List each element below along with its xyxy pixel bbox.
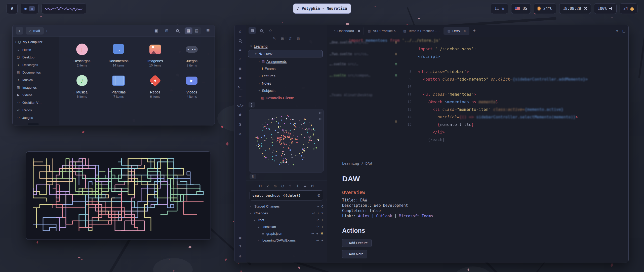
sidebar-item-repos[interactable]: ▱Repos — [13, 106, 59, 114]
clear-icon[interactable]: ⊗ — [317, 193, 320, 198]
new-folder-icon[interactable]: ⊞ — [281, 37, 284, 41]
sidebar-item-juegos[interactable]: ▱Juegos — [13, 114, 59, 121]
git-item-learning-daw-exams[interactable]: ∨Learning/DAW/Exams↩+ — [250, 237, 323, 244]
sidebar-item-videos[interactable]: ▶Videos — [13, 91, 59, 99]
terminal-icon[interactable]: >_ — [237, 84, 243, 90]
sidebar-item-descargas[interactable]: ↓Descargas — [13, 61, 59, 69]
button-add-lecture[interactable]: + Add Lecture — [342, 239, 372, 247]
git-item-changes[interactable]: ∨Changes↩+2 — [250, 210, 323, 217]
stage-icon[interactable]: + — [321, 239, 323, 242]
stage-all-icon[interactable]: ⊕ — [274, 184, 277, 188]
power-icon[interactable]: ◉ — [24, 6, 27, 11]
graph-crosshair-icon[interactable]: ⊕ — [319, 117, 322, 121]
quick-apps[interactable]: ◉▤ — [21, 3, 38, 14]
git-item-staged-changes[interactable]: ∨Staged Changes−0 — [250, 203, 323, 210]
breadcrumb[interactable]: ⌂ matt — [26, 27, 44, 35]
weather-module[interactable]: 24°C — [534, 3, 556, 14]
clock-module[interactable]: 18:08:28 — [559, 3, 591, 14]
link-microsoft-teams[interactable]: Microsoft Teams — [399, 214, 433, 218]
tree-item-notes[interactable]: ›Notes — [248, 80, 325, 87]
discard-icon[interactable]: ↩ — [316, 225, 319, 229]
new-folder-icon[interactable]: ⊞ — [163, 27, 170, 34]
commit-icon[interactable]: ✓ — [266, 184, 269, 188]
menu-icon[interactable]: ☰ — [205, 27, 212, 34]
canvas-icon[interactable]: ▦ — [237, 66, 243, 71]
backup-icon[interactable]: ↻ — [259, 184, 262, 188]
list-view-icon[interactable]: ▤ — [193, 27, 200, 34]
files-tab[interactable]: ▤ — [249, 27, 256, 34]
code-icon[interactable]: </> — [237, 103, 243, 109]
tree-item-desarrollo-cliente[interactable]: ▥Desarrollo-Cliente — [248, 94, 325, 101]
currency-icon[interactable]: $ — [237, 122, 243, 127]
git-item-obsidian[interactable]: ∨.obsidian↩+ — [250, 223, 323, 230]
grid-view-icon[interactable]: ▦ — [185, 27, 192, 34]
split-icon[interactable]: ◫ — [622, 29, 625, 33]
sort-icon[interactable]: ⇵ — [289, 37, 292, 41]
unstage-icon[interactable]: − — [317, 205, 319, 208]
sidebar-item-musica[interactable]: ♪Musica — [13, 76, 59, 84]
random-note-icon[interactable]: × — [237, 131, 243, 137]
change-list-icon[interactable]: ≣ — [303, 184, 307, 188]
commit-message-input[interactable] — [252, 193, 317, 197]
push-icon[interactable]: ↥ — [289, 184, 292, 188]
tree-item-lectures[interactable]: ›Lectures — [248, 72, 325, 80]
stage-icon[interactable]: + — [321, 225, 323, 229]
scrollbar[interactable] — [28, 123, 39, 125]
tab-list-icon[interactable]: ∨ — [616, 29, 618, 33]
vault-icon[interactable]: ▦ — [237, 235, 243, 241]
tree-item-subjects[interactable]: ∨Subjects — [248, 87, 325, 94]
library-icon[interactable]: ▭ — [237, 94, 243, 99]
stage-icon[interactable]: + — [321, 218, 323, 222]
discard-icon[interactable]: ↩ — [316, 218, 319, 222]
camera-icon[interactable]: # — [237, 112, 243, 118]
discard-icon[interactable]: ↩ — [311, 232, 314, 235]
graph-settings-icon[interactable]: ⊛ — [319, 111, 322, 115]
sidebar-item-home[interactable]: ⌂Home — [13, 46, 59, 53]
notes-icon[interactable]: ▤ — [29, 6, 35, 11]
home-icon[interactable]: ⌂ — [237, 28, 243, 34]
folder-plantillas[interactable]: Plantillas7 items — [100, 73, 137, 98]
git-item-graph-json[interactable]: ▤graph.json↩+M — [250, 230, 323, 237]
keyboard-layout-module[interactable]: US — [511, 3, 531, 14]
folder-videos[interactable]: Videos4 items — [174, 73, 210, 98]
tree-item-learning[interactable]: ∨Learning — [248, 43, 325, 50]
bookmarks-tab[interactable]: ◇ — [267, 27, 274, 34]
folder-musica[interactable]: Musica6 items — [64, 73, 100, 98]
now-playing[interactable]: ♪ Polyphia - Neurotica — [293, 4, 351, 14]
folder-juegos[interactable]: Juegos8 items — [174, 42, 210, 67]
link-outlook[interactable]: Outlook — [376, 214, 392, 218]
stage-icon[interactable]: + — [317, 211, 319, 215]
screenshot-icon[interactable]: ▣ — [153, 27, 160, 34]
daily-note-icon[interactable]: ▣ — [237, 75, 243, 81]
file-manager-titlebar[interactable]: ‹ ⌂ matt › ▣⊞ ▦▤ ☰ — [13, 25, 215, 37]
tab-tema-6-pr-cticas[interactable]: ▤Tema 6 Prácticas -… — [400, 27, 444, 35]
button-add-note[interactable]: + Add Note — [342, 250, 367, 258]
refresh-icon[interactable]: ↺ — [311, 184, 314, 188]
search-icon[interactable] — [174, 27, 181, 34]
discard-icon[interactable]: ↩ — [316, 239, 319, 242]
launcher-button[interactable]: Λ — [7, 3, 18, 14]
tab-asp-practice-6[interactable]: ▤ASP Practice 6 — [364, 27, 399, 35]
sidebar-item-desktop[interactable]: ▢Desktop — [13, 53, 59, 61]
quick-switcher-icon[interactable]: ⇄ — [237, 47, 243, 53]
sidebar-item-imagenes[interactable]: ▦Imagenes — [13, 84, 59, 91]
tree-item-assignments[interactable]: ›▤Assignments — [248, 58, 325, 65]
notifications-module[interactable]: 24 — [620, 3, 637, 14]
search-icon[interactable] — [237, 38, 243, 43]
tab-daw[interactable]: ▤DAW× — [444, 27, 470, 35]
stage-icon[interactable]: + — [316, 232, 318, 235]
unstage-all-icon[interactable]: ⊖ — [281, 184, 284, 188]
tree-item-daw[interactable]: ∨DAW — [248, 50, 323, 57]
git-item-root[interactable]: ∨root↩+ — [250, 217, 323, 223]
volume-module[interactable]: 100% — [594, 3, 617, 14]
graph-canvas[interactable] — [249, 109, 323, 172]
link-aules[interactable]: Aules — [358, 214, 369, 218]
folder-documentos[interactable]: Documentos14 items — [100, 42, 137, 67]
new-note-icon[interactable]: ✎ — [273, 37, 276, 41]
new-tab-button[interactable]: + — [470, 28, 479, 33]
help-icon[interactable]: ? — [237, 244, 243, 250]
folder-imagenes[interactable]: Imagenes10 items — [137, 42, 174, 67]
tab-dashboard[interactable]: ◔Dashboard — [330, 27, 364, 35]
graph-view-icon[interactable]: ∴ — [237, 56, 243, 62]
settings-icon[interactable]: ⊛ — [237, 254, 243, 259]
